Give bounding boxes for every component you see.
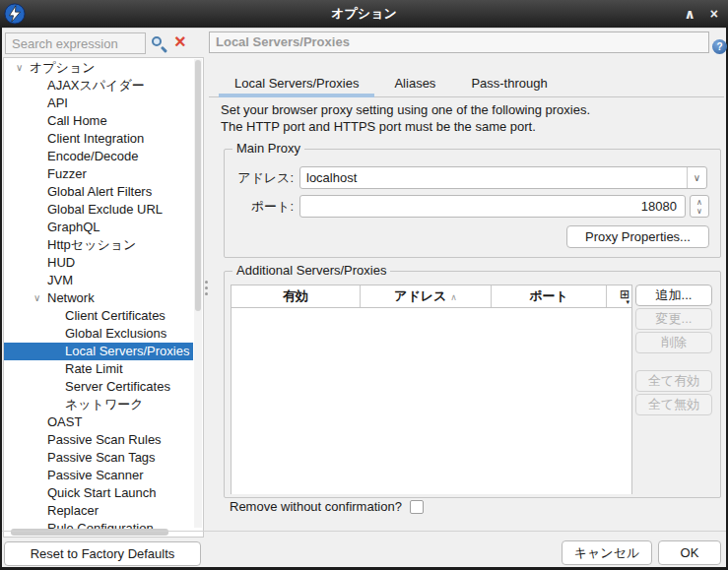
tree-item-label: オプション <box>30 60 96 75</box>
tab-local-servers-proxies[interactable]: Local Servers/Proxies <box>217 72 376 96</box>
tree-item-label: Network <box>47 290 95 305</box>
proxies-table-body[interactable] <box>232 308 631 494</box>
tree-item[interactable]: JVM <box>4 272 193 289</box>
tree-vertical-scrollbar[interactable] <box>194 59 202 528</box>
sort-ascending-icon: ∧ <box>450 292 457 302</box>
tree-item[interactable]: Passive Scanner <box>4 467 193 484</box>
tree-item-label: Local Servers/Proxies <box>65 344 189 358</box>
remove-button[interactable]: 削除 <box>635 332 712 353</box>
tree-item[interactable]: Replacer <box>4 502 193 520</box>
tree-item[interactable]: Httpセッション <box>4 236 193 254</box>
enable-all-button[interactable]: 全て有効 <box>635 370 712 392</box>
column-header-enabled[interactable]: 有効 <box>232 285 361 307</box>
tree-item-label: HUD <box>47 255 75 270</box>
options-dialog: オプション ∧ × × ∨オプションAJAXスパイダーAPICall HomeC… <box>0 0 728 570</box>
tree-item[interactable]: Server Certificates <box>4 378 193 396</box>
column-header-port[interactable]: ポート <box>492 285 607 307</box>
tree-item[interactable]: Passive Scan Rules <box>4 431 193 449</box>
tree-item[interactable]: Local Servers/Proxies <box>4 343 193 360</box>
spinner-up-icon[interactable]: ∧ <box>691 198 708 207</box>
tree-item[interactable]: Global Exclude URL <box>4 201 193 219</box>
remove-confirmation-row: Remove without confirmation? <box>230 499 424 514</box>
proxy-properties-button[interactable]: Proxy Properties... <box>566 225 709 248</box>
tab-bar: Local Servers/Proxies Aliases Pass-throu… <box>209 72 724 97</box>
tree-item[interactable]: Global Alert Filters <box>4 183 193 201</box>
tree-item[interactable]: Encode/Decode <box>4 148 193 165</box>
address-combobox[interactable]: localhost ∨ <box>299 166 707 189</box>
tree-expanded-chevron-icon[interactable]: ∨ <box>16 59 30 77</box>
options-tree-panel: ∨オプションAJAXスパイダーAPICall HomeClient Integr… <box>3 57 204 538</box>
tree-item-label: Passive Scanner <box>47 468 144 482</box>
clear-search-icon[interactable]: × <box>174 31 186 53</box>
column-header-address[interactable]: アドレス∧ <box>361 285 492 307</box>
port-label: ポート: <box>240 195 294 218</box>
column-selector-icon[interactable]: ⊞▾ <box>620 288 629 307</box>
tree-item-label: Fuzzer <box>47 166 87 181</box>
disable-all-button[interactable]: 全て無効 <box>635 394 712 415</box>
tree-item-label: Server Certificates <box>65 379 170 394</box>
dialog-content: × ∨オプションAJAXスパイダーAPICall HomeClient Inte… <box>2 28 726 567</box>
tree-item-label: Passive Scan Tags <box>47 450 156 465</box>
tree-item-label: Call Home <box>47 113 107 128</box>
tree-item-label: Rate Limit <box>65 361 123 376</box>
footer-separator <box>2 531 726 532</box>
tab-pass-through[interactable]: Pass-through <box>453 72 564 96</box>
tree-item-label: Client Certificates <box>65 308 165 323</box>
tree-item[interactable]: GraphQL <box>4 219 193 236</box>
additional-proxies-legend: Additional Servers/Proxies <box>232 263 390 279</box>
description-text: Set your browser proxy setting using one… <box>221 101 590 135</box>
column-header-address-label: アドレス <box>394 288 446 303</box>
search-icon[interactable] <box>152 36 162 46</box>
shade-window-icon[interactable]: ∧ <box>684 0 695 28</box>
proxies-table-header: 有効 アドレス∧ ポート ⊞▾ <box>232 285 631 308</box>
description-line-2: The HTTP port and HTTPS port must be the… <box>221 118 590 135</box>
column-header-extra: ⊞▾ <box>607 285 631 307</box>
tree-item-label: ネットワーク <box>65 397 144 412</box>
modify-button[interactable]: 変更... <box>635 308 712 330</box>
tree-item[interactable]: Global Exclusions <box>4 325 193 343</box>
remove-confirmation-checkbox[interactable] <box>410 500 424 514</box>
tree-item[interactable]: Client Certificates <box>4 307 193 325</box>
tree-item[interactable]: OAST <box>4 413 193 431</box>
tree-item[interactable]: AJAXスパイダー <box>4 77 193 95</box>
ok-button[interactable]: OK <box>658 540 721 565</box>
help-icon[interactable]: ? <box>712 39 727 54</box>
tree-item-label: Encode/Decode <box>47 149 139 163</box>
port-input[interactable]: 18080 <box>299 195 686 218</box>
tree-item[interactable]: Call Home <box>4 112 193 130</box>
tree-item[interactable]: Passive Scan Tags <box>4 449 193 467</box>
port-spinner[interactable]: ∧ ∨ <box>690 195 709 218</box>
tree-item[interactable]: API <box>4 95 193 112</box>
tree-item-label: AJAXスパイダー <box>47 78 145 93</box>
search-input[interactable] <box>5 32 146 54</box>
scrollbar-thumb[interactable] <box>195 60 201 311</box>
close-window-icon[interactable]: × <box>710 0 718 28</box>
tree-item-label: Replacer <box>47 503 99 518</box>
panel-splitter-handle[interactable] <box>204 281 209 300</box>
window-title: オプション <box>0 5 728 23</box>
tree-item[interactable]: HUD <box>4 254 193 272</box>
chevron-down-icon[interactable]: ∨ <box>687 167 706 188</box>
tree-item[interactable]: ネットワーク <box>4 396 193 413</box>
description-line-1: Set your browser proxy setting using one… <box>221 101 590 118</box>
tree-item-label: Httpセッション <box>47 237 136 252</box>
main-proxy-group: Main Proxy アドレス: localhost ∨ ポート: 18080 … <box>224 149 721 258</box>
tree-item[interactable]: Client Integration <box>4 130 193 148</box>
add-button[interactable]: 追加... <box>635 285 712 306</box>
cancel-button[interactable]: キャンセル <box>562 540 652 565</box>
tree-item[interactable]: ∨オプション <box>4 59 193 77</box>
tree-item[interactable]: ∨Network <box>4 289 193 307</box>
panel-title-field: Local Servers/Proxies <box>209 32 709 53</box>
tree-item[interactable]: Fuzzer <box>4 165 193 183</box>
titlebar[interactable]: オプション ∧ × <box>0 0 728 28</box>
tree-item-label: JVM <box>47 273 73 287</box>
address-value: localhost <box>306 170 357 185</box>
tree-item-label: Client Integration <box>47 131 144 146</box>
tree-item[interactable]: Rate Limit <box>4 360 193 378</box>
tab-aliases[interactable]: Aliases <box>376 72 453 96</box>
tree-item[interactable]: Quick Start Launch <box>4 484 193 502</box>
spinner-down-icon[interactable]: ∨ <box>691 207 708 216</box>
reset-factory-defaults-button[interactable]: Reset to Factory Defaults <box>4 541 201 566</box>
tree-expanded-chevron-icon[interactable]: ∨ <box>33 289 47 307</box>
address-label: アドレス: <box>231 166 294 189</box>
